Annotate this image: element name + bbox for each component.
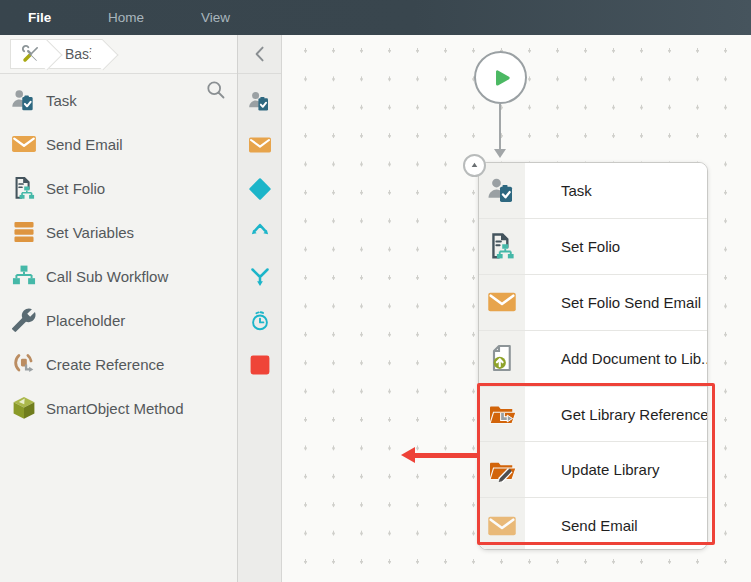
email-icon <box>248 133 272 157</box>
context-menu-item-label: Add Document to Lib... <box>525 350 708 367</box>
toolbox-item-task[interactable]: Task <box>0 78 237 122</box>
context-menu-item-set-folio-send-email[interactable]: Set Folio Send Email <box>479 275 707 331</box>
tab-home[interactable]: Home <box>108 0 144 35</box>
email-icon <box>487 511 517 541</box>
tab-view[interactable]: View <box>201 0 230 35</box>
strip-item-parallel-split[interactable] <box>238 211 281 255</box>
toolbox-item-label: Call Sub Workflow <box>46 268 168 285</box>
smartobject-cube-icon <box>11 395 37 421</box>
strip-item-merge[interactable] <box>238 255 281 299</box>
toolbox-item-create-reference[interactable]: Create Reference <box>0 342 237 386</box>
toolbox-item-smartobject-method[interactable]: SmartObject Method <box>0 386 237 430</box>
task-icon <box>11 87 37 113</box>
icon-strip <box>238 35 282 582</box>
context-menu-item-label: Set Folio <box>525 238 620 255</box>
strip-item-end[interactable] <box>238 343 281 387</box>
toolbox-item-call-sub-workflow[interactable]: Call Sub Workflow <box>0 254 237 298</box>
toolbox-item-label: Task <box>46 92 77 109</box>
collapse-up-icon <box>468 159 481 172</box>
toolbox-item-send-email[interactable]: Send Email <box>0 122 237 166</box>
tab-file[interactable]: File <box>28 0 51 35</box>
context-menu-item-update-library[interactable]: Update Library <box>479 442 707 498</box>
context-menu-item-add-document[interactable]: Add Document to Lib... <box>479 331 707 387</box>
toolbox-item-label: Set Variables <box>46 224 134 241</box>
context-menu-item-set-folio[interactable]: Set Folio <box>479 219 707 275</box>
set-folio-icon <box>11 175 37 201</box>
parallel-split-icon <box>248 221 272 245</box>
set-folio-icon <box>487 231 517 261</box>
context-menu-item-label: Task <box>525 182 592 199</box>
toolbox-panel: Basic Task Send Email Set Folio Set Vari… <box>0 35 238 582</box>
toolbox-item-label: Create Reference <box>46 356 164 373</box>
task-icon <box>487 175 517 205</box>
context-menu-item-label: Update Library <box>525 461 659 478</box>
set-variables-icon <box>11 219 37 245</box>
start-node[interactable] <box>474 51 527 104</box>
add-document-icon <box>487 343 517 373</box>
email-icon <box>487 287 517 317</box>
create-reference-icon <box>11 351 37 377</box>
context-menu-item-task[interactable]: Task <box>479 163 707 219</box>
breadcrumb: Basic <box>10 39 103 69</box>
breadcrumb-chevron <box>88 39 119 70</box>
menu-bar: File Home View <box>0 0 751 35</box>
get-library-reference-icon <box>487 399 517 429</box>
toolbox-item-label: Send Email <box>46 136 123 153</box>
strip-item-timer[interactable] <box>238 299 281 343</box>
toolbox-item-label: SmartObject Method <box>46 400 184 417</box>
annotation-arrowhead <box>401 447 415 463</box>
chevron-left-icon <box>248 42 272 66</box>
context-menu-item-get-library-reference[interactable]: Get Library Reference <box>479 387 707 443</box>
strip-item-task[interactable] <box>238 79 281 123</box>
search-icon[interactable] <box>204 78 228 102</box>
context-menu-item-label: Set Folio Send Email <box>525 294 701 311</box>
collapse-panel-button[interactable] <box>238 35 281 74</box>
update-library-icon <box>487 455 517 485</box>
connector-arrowhead <box>494 149 506 158</box>
decision-diamond-icon <box>248 177 272 201</box>
email-icon <box>11 131 37 157</box>
task-icon <box>248 89 272 113</box>
context-menu-item-label: Send Email <box>525 517 638 534</box>
connector-line <box>499 104 501 150</box>
strip-item-email[interactable] <box>238 123 281 167</box>
strip-item-decision[interactable] <box>238 167 281 211</box>
annotation-arrow <box>413 453 479 458</box>
toolbox-item-set-variables[interactable]: Set Variables <box>0 210 237 254</box>
breadcrumb-root[interactable] <box>10 39 47 69</box>
menu-collapse-toggle[interactable] <box>463 154 486 177</box>
context-menu-item-label: Get Library Reference <box>525 406 708 423</box>
toolbox-item-list: Task Send Email Set Folio Set Variables … <box>0 74 237 430</box>
toolbox-item-set-folio[interactable]: Set Folio <box>0 166 237 210</box>
toolbox-item-label: Placeholder <box>46 312 125 329</box>
context-menu-item-send-email[interactable]: Send Email <box>479 498 707 550</box>
end-stop-icon <box>248 353 272 377</box>
step-context-menu: Task Set Folio Set Folio Send Email Add … <box>478 162 708 550</box>
toolbox-item-placeholder[interactable]: Placeholder <box>0 298 237 342</box>
sub-workflow-icon <box>11 263 37 289</box>
strip-icon-list <box>238 74 281 387</box>
timer-icon <box>248 309 272 333</box>
toolbox-header: Basic <box>0 35 237 74</box>
merge-icon <box>248 265 272 289</box>
workflow-canvas[interactable]: Task Set Folio Set Folio Send Email Add … <box>282 35 751 582</box>
play-icon <box>488 65 514 91</box>
toolbox-item-label: Set Folio <box>46 180 105 197</box>
wrench-icon <box>11 307 37 333</box>
